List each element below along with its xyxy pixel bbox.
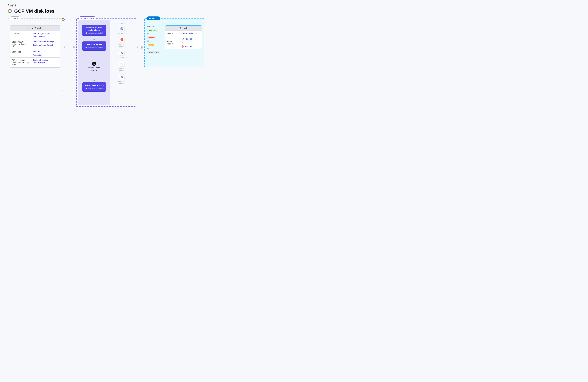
or-label: OR <box>147 48 163 49</box>
flow-arrow-down <box>94 37 94 40</box>
probes-header: PROBES <box>111 23 133 24</box>
probe-label: K8S PROBE <box>117 32 126 34</box>
arrow-head-icon <box>141 46 144 49</box>
row-values: Passed OR Failed <box>180 36 202 49</box>
result-panel: RESULT STATUS COMPLETED OR ERRORED OR QU… <box>144 18 204 67</box>
tune-panel: TUNE User Inputs Common GCP project ID D… <box>8 18 63 91</box>
input-value: Disk volume name(s) <box>33 41 59 43</box>
row-values: Disk affected percentage <box>31 58 60 67</box>
probe-result-passed: Passed <box>181 38 200 40</box>
probe-prometheus: PROMETHEUS PROBE <box>111 37 133 47</box>
probe-result-failed: Failed <box>181 45 200 48</box>
arrow-head-icon <box>73 46 75 49</box>
prometheus-icon <box>119 37 125 42</box>
row-values: Serial Parallel <box>31 49 60 57</box>
x-circle-icon <box>181 45 184 48</box>
execution-steps-column: Derive GCP disks under chaos Privilege a… <box>79 21 110 105</box>
dot-icon <box>85 47 87 48</box>
check-circle-icon <box>181 38 184 40</box>
probe-srm-slo: SRM SLO PROBE <box>111 74 133 85</box>
step-corner-badge-icon <box>105 24 106 26</box>
user-inputs-table: User Inputs Common GCP project ID Disk z… <box>10 25 61 67</box>
or-label: OR <box>147 33 163 35</box>
step-detach-disks: Detach GCP disks Privilege access requir… <box>82 42 106 50</box>
probe-k8s: K8S PROBE <box>111 26 133 34</box>
probes-column: PROBES K8S PROBE PROMETHEUS PROBE <box>110 21 134 105</box>
row-key: Filter target disk volumes by label <box>10 58 31 67</box>
or-label: OR <box>181 41 200 44</box>
row-values: GCP project ID Disk zones <box>31 31 60 39</box>
page-header: Fault GCP VM disk loss <box>8 4 580 14</box>
status-badge-errored: ERRORED <box>147 36 156 39</box>
probe-label: SRM SLO PROBE <box>118 81 126 85</box>
table-row: Common GCP project ID Disk zones <box>10 31 60 39</box>
probe-label: PROMETHEUS PROBE <box>117 43 127 47</box>
connector-start-dot <box>64 46 65 48</box>
table-row: Sequence Serial Parallel <box>10 49 60 57</box>
status-header: STATUS <box>147 25 163 27</box>
dot-icon <box>85 88 87 89</box>
input-value: Serial <box>33 50 59 53</box>
step-title: Attach the GCP disks <box>84 84 104 87</box>
connector-start-dot <box>137 46 138 48</box>
svg-marker-2 <box>120 27 123 30</box>
output-card: Output Metrics chaos metrics Probe Resul… <box>165 25 202 49</box>
title-text: GCP VM disk loss <box>14 8 55 14</box>
metrics-value: chaos metrics <box>181 32 200 35</box>
table-row: Metrics chaos metrics <box>165 31 202 36</box>
step-title: Detach GCP disks <box>84 43 104 46</box>
step-title: Derive GCP disks under chaos <box>84 26 104 31</box>
status-column: STATUS COMPLETED OR ERRORED OR QUEUED OR… <box>147 25 163 65</box>
user-inputs-header: User Inputs <box>10 26 60 31</box>
dot-icon <box>85 32 87 34</box>
probe-label: HTTP PROBE <box>117 57 127 58</box>
arrow-exec-to-result <box>138 47 143 47</box>
input-value: Parallel <box>33 54 59 56</box>
step-privilege-note: Privilege access required <box>84 47 104 48</box>
passed-label: Passed <box>185 38 192 40</box>
step-privilege-note: Privilege access required <box>84 32 104 34</box>
slo-check-icon <box>119 74 125 80</box>
eyebrow-label: Fault <box>8 4 580 7</box>
input-value: GCP project ID <box>33 32 59 35</box>
kubernetes-icon <box>119 26 125 31</box>
status-badge-completed: COMPLETED <box>147 29 158 32</box>
arrow-tune-to-exec <box>64 47 75 47</box>
svg-rect-15 <box>121 63 123 65</box>
step-corner-badge-icon <box>105 82 106 83</box>
diagram-stage: TUNE User Inputs Common GCP project ID D… <box>8 18 580 107</box>
row-key: Common <box>10 31 31 39</box>
gcp-logo-icon <box>8 9 12 13</box>
step-privilege-note: Privilege access required <box>84 88 104 89</box>
status-badge-queued: QUEUED <box>147 44 155 46</box>
table-row: Filter target disk volumes by label Disk… <box>10 57 60 67</box>
clock-icon <box>92 62 96 66</box>
terminal-icon <box>119 61 125 67</box>
input-value: Disk affected percentage <box>33 59 59 64</box>
execution-pill: EXECUTION <box>79 17 96 21</box>
result-pill: RESULT <box>147 17 160 21</box>
output-header: Output <box>165 26 202 31</box>
probe-http: HTTP PROBE <box>111 50 133 58</box>
step-derive-disks: Derive GCP disks under chaos Privilege a… <box>82 25 106 35</box>
probe-command: COMMAND PROBE <box>111 61 133 71</box>
row-key: Probe Results <box>165 39 180 46</box>
row-values: Disk volume name(s) Disk volume label <box>31 39 60 49</box>
step-corner-badge-icon <box>105 41 106 42</box>
row-key: Disk volume details (one of) <box>10 39 31 49</box>
or-label: OR <box>147 40 163 42</box>
row-key: Sequence <box>10 49 31 57</box>
flow-arrow-down <box>94 72 94 81</box>
row-key: Metrics <box>165 31 180 36</box>
wait-label: Wait for Chaos Interval <box>85 67 103 71</box>
tune-pill: TUNE <box>10 17 21 21</box>
step-attach-disks: Attach the GCP disks Privilege access re… <box>82 83 106 91</box>
input-value: Disk volume label <box>33 44 59 46</box>
page-title: GCP VM disk loss <box>8 8 580 14</box>
execution-panel: EXECUTION Derive GCP disks under chaos P… <box>76 18 136 107</box>
svg-point-17 <box>182 38 184 40</box>
globe-warning-icon <box>119 50 125 56</box>
flow-arrow-down <box>94 52 94 61</box>
gcp-badge-icon <box>61 17 65 21</box>
probe-label: COMMAND PROBE <box>118 67 126 71</box>
